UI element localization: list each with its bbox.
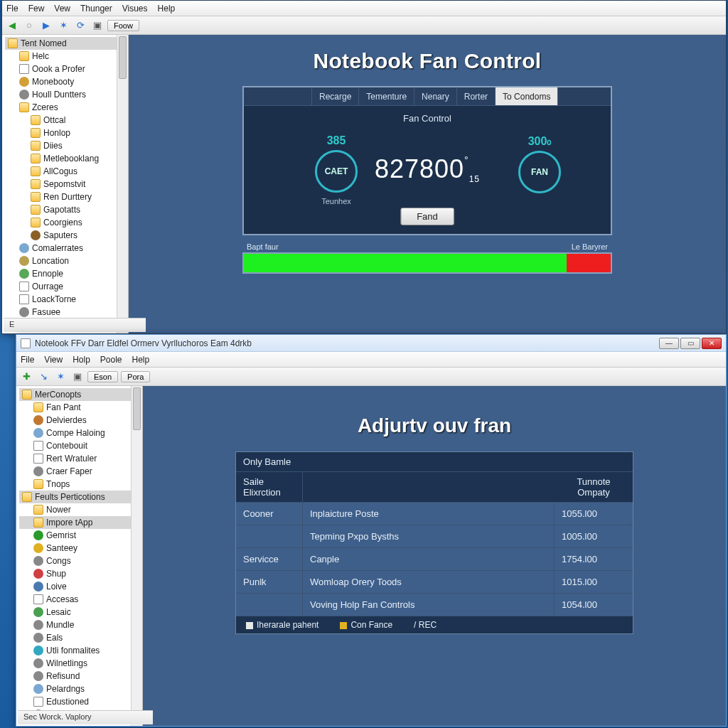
menu-poole[interactable]: Poole <box>100 355 122 365</box>
menubar[interactable]: FileViewHolpPooleHelp <box>16 352 726 368</box>
tree-item[interactable]: Wilnetlings <box>19 657 142 670</box>
tab-recarge[interactable]: Recarge <box>312 87 359 105</box>
tree-item[interactable]: Accesas <box>19 593 142 606</box>
tree-item[interactable]: Nower <box>19 503 142 516</box>
tree-item[interactable]: Edustioned <box>19 695 142 708</box>
tree-item[interactable]: Impore tApp <box>19 516 142 529</box>
stop-icon[interactable]: ○ <box>22 18 36 33</box>
doc-icon <box>33 697 43 707</box>
menu-few[interactable]: Few <box>28 4 45 14</box>
tree-item[interactable]: Diies <box>5 139 128 152</box>
tree-item[interactable]: Gemrist <box>19 529 142 542</box>
tree-item[interactable]: MerConopts <box>19 388 142 401</box>
tree-item[interactable]: Delvierdes <box>19 414 142 427</box>
tree-item[interactable]: Pelardngs <box>19 682 142 695</box>
tree-item[interactable]: Ottcal <box>5 114 128 127</box>
menu-help[interactable]: Help <box>158 4 176 14</box>
tree-item[interactable]: Refisund <box>19 670 142 682</box>
table-row[interactable]: CoonerInplaicture Poste1055.l00 <box>236 503 633 525</box>
tree-item[interactable]: Mundle <box>19 619 142 631</box>
toolbar-pora-button[interactable]: Pora <box>121 371 150 382</box>
cell-value: 1005.l00 <box>555 525 633 547</box>
add-icon[interactable]: ✚ <box>19 370 33 384</box>
back-icon[interactable]: ◀ <box>5 18 19 33</box>
menu-help[interactable]: Help <box>132 355 150 365</box>
tree-item[interactable]: Honlop <box>5 127 128 139</box>
close-button[interactable]: ✕ <box>702 338 722 349</box>
tree-item[interactable]: Fan Pant <box>19 401 142 414</box>
tree-item[interactable]: Metlebooklang <box>5 152 128 165</box>
toolbar-eson-button[interactable]: Eson <box>87 371 118 382</box>
tree-item[interactable]: Oook a Profer <box>5 63 128 75</box>
menu-vew[interactable]: Vew <box>54 4 70 14</box>
menu-visues[interactable]: Visues <box>122 4 148 14</box>
tree-item[interactable]: Congs <box>19 555 142 567</box>
tree-item[interactable]: Ourrage <box>5 280 128 293</box>
grid-icon[interactable]: ▣ <box>70 370 85 384</box>
tree-item[interactable]: Contebouit <box>19 439 142 452</box>
tree-item[interactable]: Loive <box>19 580 142 593</box>
menu-holp[interactable]: Holp <box>73 355 90 365</box>
grid-icon[interactable]: ▣ <box>90 18 105 33</box>
tree-item[interactable]: Craer Faper <box>19 465 142 478</box>
fand-button[interactable]: Fand <box>400 208 454 225</box>
tree-item[interactable]: Tnops <box>19 478 142 491</box>
tree-item[interactable]: Comalerrates <box>5 242 128 255</box>
fwd-icon[interactable]: ▶ <box>39 18 53 33</box>
tab-nenary[interactable]: Nenary <box>414 87 457 105</box>
tree-item[interactable]: Fasuee <box>5 306 128 318</box>
toolbar-foow-button[interactable]: Foow <box>107 20 139 31</box>
tree-item[interactable]: Monebooty <box>5 75 128 88</box>
scrollbar[interactable] <box>117 35 128 333</box>
tree-item[interactable]: Ren Durttery <box>5 191 128 203</box>
tree-item[interactable]: Saputers <box>5 229 128 242</box>
tree-item[interactable]: Tent Nomed <box>5 37 128 50</box>
table-row[interactable]: Voving Holp Fan Controls1054.l00 <box>236 594 633 616</box>
tree-item[interactable]: Helc <box>5 50 128 63</box>
tree[interactable]: Tent NomedHelcOook a ProferMonebootyHoul… <box>2 35 128 333</box>
toolbar[interactable]: ✚↘✶▣EsonPora <box>16 368 726 386</box>
tree-item[interactable]: Rert Wratuler <box>19 452 142 465</box>
tree[interactable]: MerConoptsFan PantDelvierdesCompe Haloin… <box>16 386 142 723</box>
scrollbar[interactable] <box>131 386 142 726</box>
out-icon[interactable]: ↘ <box>36 370 50 384</box>
minimize-button[interactable]: — <box>659 338 679 349</box>
tree-item[interactable]: Houll Duntters <box>5 88 128 101</box>
tab-tementure[interactable]: Tementure <box>359 87 414 105</box>
table-row[interactable]: PunlkWomloap Orery Toods1015.l00 <box>236 571 633 594</box>
tree-item[interactable]: Compe Haloing <box>19 427 142 439</box>
tree-item[interactable]: Gapotatts <box>5 203 128 216</box>
table-row[interactable]: ServicceCanple1754.l00 <box>236 548 633 571</box>
tree-item-label: Wilnetlings <box>46 657 87 670</box>
titlebar[interactable]: Notelook FFv Darr Eldfel Ormerv Vyrlluch… <box>16 335 726 352</box>
refresh-icon[interactable]: ⟳ <box>73 18 87 33</box>
star-icon[interactable]: ✶ <box>56 18 70 33</box>
scroll-thumb[interactable] <box>119 36 127 79</box>
tree-item[interactable]: LoackTorne <box>5 293 128 306</box>
tree-item[interactable]: Loncation <box>5 255 128 267</box>
tree-item[interactable]: AllCogus <box>5 165 128 178</box>
maximize-button[interactable]: ▭ <box>680 338 700 349</box>
menu-view[interactable]: View <box>44 355 63 365</box>
menubar[interactable]: FleFewVewThungerVisuesHelp <box>2 1 726 16</box>
tree-item[interactable]: Shup <box>19 567 142 580</box>
tree-item[interactable]: Ennople <box>5 267 128 280</box>
tree-item[interactable]: Coorgiens <box>5 216 128 229</box>
tree-item[interactable]: Zceres <box>5 101 128 114</box>
table-row[interactable]: Tepming Pxpo Bysths1005.l00 <box>236 525 633 548</box>
tab-rorter[interactable]: Rorter <box>457 87 496 105</box>
tree-item[interactable]: Feults Perticotions <box>19 491 142 503</box>
star-icon[interactable]: ✶ <box>53 370 68 384</box>
scroll-thumb[interactable] <box>133 387 141 430</box>
menu-thunger[interactable]: Thunger <box>80 4 112 14</box>
tab-strip[interactable]: RecargeTementureNenaryRorterTo Condoms <box>244 87 611 106</box>
tree-item[interactable]: Eals <box>19 631 142 644</box>
menu-file[interactable]: File <box>21 355 34 365</box>
tree-item[interactable]: Santeey <box>19 542 142 555</box>
menu-fle[interactable]: Fle <box>6 4 18 14</box>
toolbar[interactable]: ◀○▶✶⟳▣Foow <box>2 16 726 35</box>
tree-item[interactable]: Utli fonmalites <box>19 644 142 657</box>
tree-item[interactable]: Lesaic <box>19 606 142 619</box>
tree-item[interactable]: Sepomstvit <box>5 178 128 191</box>
tab-to condoms[interactable]: To Condoms <box>496 87 558 105</box>
